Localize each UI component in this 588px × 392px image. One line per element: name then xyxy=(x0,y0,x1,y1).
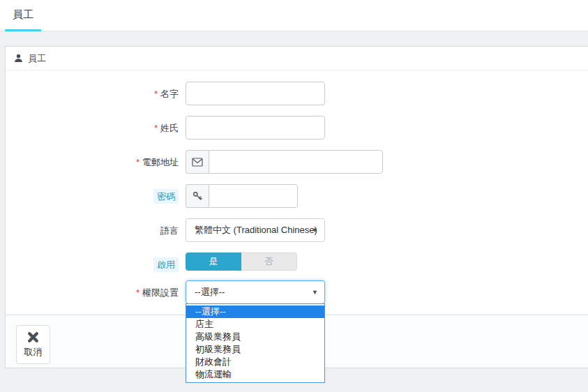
tab-employee-label: 員工 xyxy=(13,8,33,22)
dropdown-option-select[interactable]: --選擇-- xyxy=(186,306,324,318)
dropdown-option-logistics[interactable]: 物流運輸 xyxy=(186,368,324,381)
first-name-input[interactable] xyxy=(186,82,325,105)
tab-employee[interactable]: 員工 xyxy=(5,0,41,31)
status-toggle: 是 否 xyxy=(186,252,297,271)
permission-label: *權限設置 xyxy=(6,280,179,304)
row-status: 啟用 是 否 xyxy=(6,252,588,271)
permission-select[interactable]: --選擇-- ▼ xyxy=(186,280,325,304)
chevron-down-icon: ▼ xyxy=(312,289,318,296)
panel-header: 員工 xyxy=(6,47,588,70)
employee-form: *名字 *姓氏 *電郵地址 xyxy=(6,71,588,315)
last-name-label: *姓氏 xyxy=(6,116,179,140)
panel-title: 員工 xyxy=(28,52,46,65)
row-permission: *權限設置 --選擇-- ▼ --選擇-- 店主 高級業務員 初級業務員 財政會… xyxy=(6,280,588,304)
close-icon xyxy=(27,331,40,344)
dropdown-option-senior-sales[interactable]: 高級業務員 xyxy=(186,331,324,343)
permission-dropdown: --選擇-- 店主 高級業務員 初級業務員 財政會計 物流運輸 xyxy=(186,303,325,383)
dropdown-option-finance-accounting[interactable]: 財政會計 xyxy=(186,356,324,368)
cancel-button[interactable]: 取消 xyxy=(16,325,50,364)
row-first-name: *名字 xyxy=(6,82,588,105)
email-label: *電郵地址 xyxy=(6,150,179,174)
cancel-button-label: 取消 xyxy=(24,346,43,359)
envelope-icon xyxy=(186,150,209,174)
language-label: 語言 xyxy=(6,218,179,242)
key-icon xyxy=(186,184,209,208)
row-password: 密碼 xyxy=(6,184,588,208)
permission-selected-value: --選擇-- xyxy=(186,286,241,299)
status-no-button[interactable]: 否 xyxy=(241,252,297,271)
required-marker: * xyxy=(136,287,140,298)
language-selected-value: 繁體中文 (Traditional Chinese) xyxy=(186,224,324,236)
password-input[interactable] xyxy=(209,184,298,208)
required-marker: * xyxy=(136,157,140,167)
dropdown-option-shop-owner[interactable]: 店主 xyxy=(186,318,324,331)
status-yes-button[interactable]: 是 xyxy=(186,252,241,271)
last-name-input[interactable] xyxy=(186,116,325,140)
password-help-label: 密碼 xyxy=(153,189,179,204)
status-help-label: 啟用 xyxy=(153,257,179,272)
employee-panel: 員工 *名字 *姓氏 *電郵地址 xyxy=(5,46,588,368)
email-input[interactable] xyxy=(209,150,383,174)
password-label: 密碼 xyxy=(6,184,179,208)
row-language: 語言 繁體中文 (Traditional Chinese) ▼ xyxy=(6,218,588,242)
row-last-name: *姓氏 xyxy=(6,116,588,140)
row-email: *電郵地址 xyxy=(6,150,588,174)
required-marker: * xyxy=(154,123,158,133)
status-label: 啟用 xyxy=(6,252,179,271)
first-name-label: *名字 xyxy=(6,82,179,105)
required-marker: * xyxy=(154,89,158,99)
user-icon xyxy=(14,54,23,63)
dropdown-option-junior-sales[interactable]: 初級業務員 xyxy=(186,343,324,356)
language-select[interactable]: 繁體中文 (Traditional Chinese) ▼ xyxy=(186,218,325,242)
top-tab-bar: 員工 xyxy=(0,0,588,31)
chevron-down-icon: ▼ xyxy=(312,227,318,234)
